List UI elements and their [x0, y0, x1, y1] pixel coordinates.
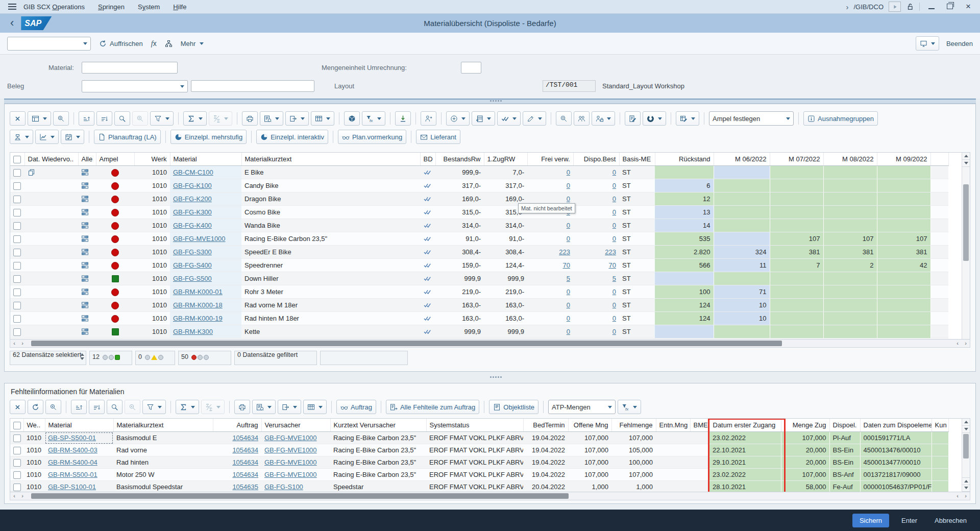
- scroll-left-button[interactable]: ‹: [10, 493, 18, 499]
- column-header[interactable]: We..: [23, 419, 45, 432]
- row-checkbox[interactable]: [13, 459, 21, 467]
- material-link[interactable]: GB-FG-S300: [173, 248, 212, 256]
- column-header[interactable]: Alle: [78, 153, 96, 166]
- dispo-best-link[interactable]: 0: [612, 195, 616, 203]
- column-header[interactable]: Ampel: [96, 153, 134, 166]
- row-checkbox[interactable]: [13, 222, 21, 230]
- scroll-right-button[interactable]: ›: [962, 340, 970, 347]
- views-button[interactable]: [260, 111, 283, 126]
- table-row[interactable]: 1010 GB-RM-S500-01 Motor 250 W 1054634 G…: [10, 469, 948, 481]
- objektliste-button[interactable]: Objektliste: [489, 400, 538, 414]
- row-checkbox[interactable]: [13, 235, 21, 243]
- chart-button[interactable]: [35, 130, 59, 144]
- menu-item-system[interactable]: System: [138, 3, 160, 11]
- calendar-button[interactable]: [61, 130, 84, 144]
- row-checkbox[interactable]: [13, 169, 21, 177]
- dispo-best-link[interactable]: 0: [612, 235, 616, 243]
- select-all-checkbox[interactable]: [13, 156, 21, 163]
- sum-button[interactable]: [176, 400, 199, 414]
- auftrag-link[interactable]: 1054634: [232, 458, 258, 466]
- material-input[interactable]: [82, 62, 178, 74]
- column-header[interactable]: Kun: [932, 419, 948, 432]
- planauftrag-button[interactable]: Planauftrag (LA): [94, 130, 161, 144]
- layout-value-field[interactable]: /TST/001: [543, 80, 596, 92]
- row-checkbox[interactable]: [13, 288, 21, 296]
- row-checkbox[interactable]: [13, 328, 21, 336]
- expand-chevron-icon[interactable]: ›: [846, 3, 848, 11]
- grid-export-button[interactable]: [303, 400, 327, 414]
- row-checkbox[interactable]: [13, 315, 21, 323]
- ampel-festlegen-select[interactable]: Ampel festlegen: [709, 111, 794, 126]
- column-header[interactable]: Datum erster Zugang: [709, 419, 781, 432]
- find-next-button[interactable]: [132, 111, 148, 126]
- grid-export-button[interactable]: [311, 111, 334, 126]
- material-link[interactable]: GB-FG-MVE1000: [173, 235, 226, 243]
- column-header[interactable]: Dispoel.: [829, 419, 860, 432]
- refresh-circle-button[interactable]: [643, 111, 666, 126]
- scroll-up-button[interactable]: [962, 477, 970, 485]
- dispo-best-link[interactable]: 0: [612, 208, 616, 216]
- dispo-best-link[interactable]: 0: [612, 168, 616, 176]
- column-header[interactable]: Systemstatus: [426, 419, 523, 432]
- display-options-button[interactable]: [916, 36, 939, 51]
- table-row[interactable]: 1010 GB-FG-K100 Candy Bike 317,0- 317,0-…: [10, 179, 948, 192]
- table-row[interactable]: 1010 GB-FG-MVE1000 Racing E-Bike Carbon …: [10, 232, 948, 246]
- users-button[interactable]: [574, 111, 590, 126]
- material-link[interactable]: GB-FG-K100: [173, 182, 212, 189]
- material-link[interactable]: GB-FG-S500: [173, 275, 212, 282]
- beleg-input[interactable]: [191, 80, 314, 92]
- column-header[interactable]: Offene Mng: [568, 419, 611, 432]
- close-grid-button[interactable]: [10, 400, 26, 414]
- table-row[interactable]: 1010 GB-RM-S400-03 Rad vorne 1054634 GB-…: [10, 444, 948, 456]
- unlock-icon[interactable]: [906, 3, 914, 11]
- insert-row-button[interactable]: [472, 111, 495, 126]
- vertical-scrollbar[interactable]: [962, 153, 970, 339]
- material-link[interactable]: GB-FG-S400: [173, 261, 212, 269]
- dispo-best-link[interactable]: 70: [609, 261, 616, 269]
- find-button[interactable]: [114, 111, 130, 126]
- auftrag-link[interactable]: 1054634: [232, 434, 258, 442]
- panel-separator[interactable]: [4, 99, 976, 104]
- column-header[interactable]: Kurztext Verursacher: [330, 419, 426, 432]
- dispo-best-link[interactable]: 0: [612, 328, 616, 335]
- scroll-down-button[interactable]: [962, 160, 970, 167]
- verursacher-link[interactable]: GB-FG-MVE1000: [264, 471, 317, 478]
- spinner-icon[interactable]: [80, 353, 84, 360]
- frei-verw-link[interactable]: 0: [567, 222, 570, 229]
- column-header[interactable]: Material: [170, 153, 241, 166]
- menu-item-springen[interactable]: Springen: [98, 3, 125, 11]
- sort-desc-button[interactable]: [96, 111, 112, 126]
- confirm-button[interactable]: [497, 111, 521, 126]
- dispo-best-link[interactable]: 0: [612, 315, 616, 322]
- table-row[interactable]: 1010 GB-SP-S500-01 Basismodul E 1054634 …: [10, 432, 948, 444]
- scrollbar-thumb[interactable]: [963, 184, 969, 261]
- save-button[interactable]: Sichern: [852, 514, 889, 527]
- sum-button[interactable]: [183, 111, 207, 126]
- refresh-button[interactable]: [28, 400, 43, 414]
- material-link[interactable]: GB-SP-S500-01: [48, 434, 96, 442]
- frei-verw-link[interactable]: 0: [567, 195, 570, 203]
- scroll-down-button[interactable]: [962, 485, 970, 492]
- frei-verw-link[interactable]: 0: [567, 182, 570, 189]
- panel-splitter[interactable]: [0, 372, 980, 383]
- beleg-combobox[interactable]: [82, 80, 188, 92]
- auftrag-link[interactable]: 1054635: [232, 483, 258, 491]
- verursacher-link[interactable]: GB-FG-MVE1000: [264, 446, 317, 454]
- mrp-machine-button[interactable]: [10, 130, 33, 144]
- column-header[interactable]: 1.ZugRW: [484, 153, 527, 166]
- column-header[interactable]: Dispo.Best: [573, 153, 619, 166]
- vertical-scrollbar[interactable]: [962, 419, 970, 492]
- row-checkbox[interactable]: [13, 471, 21, 479]
- uom-input[interactable]: [461, 62, 481, 74]
- planvormerkung-button[interactable]: Plan.vormerkung: [338, 130, 406, 144]
- frei-verw-link[interactable]: 70: [563, 261, 570, 269]
- sort-desc-button[interactable]: [89, 400, 105, 414]
- dispo-best-link[interactable]: 0: [612, 222, 616, 229]
- column-header[interactable]: Daten zum Dispoelement: [860, 419, 932, 432]
- column-header[interactable]: Material: [45, 419, 113, 432]
- frei-verw-link[interactable]: 0: [567, 235, 570, 243]
- user-lock-button[interactable]: [592, 111, 615, 126]
- auftrag-link[interactable]: 1054634: [232, 471, 258, 478]
- table-row[interactable]: 1010 GB-CM-C100 E Bike 999,9- 7,0- 0 0 S…: [10, 166, 948, 179]
- fx-filter-button[interactable]: [618, 400, 641, 414]
